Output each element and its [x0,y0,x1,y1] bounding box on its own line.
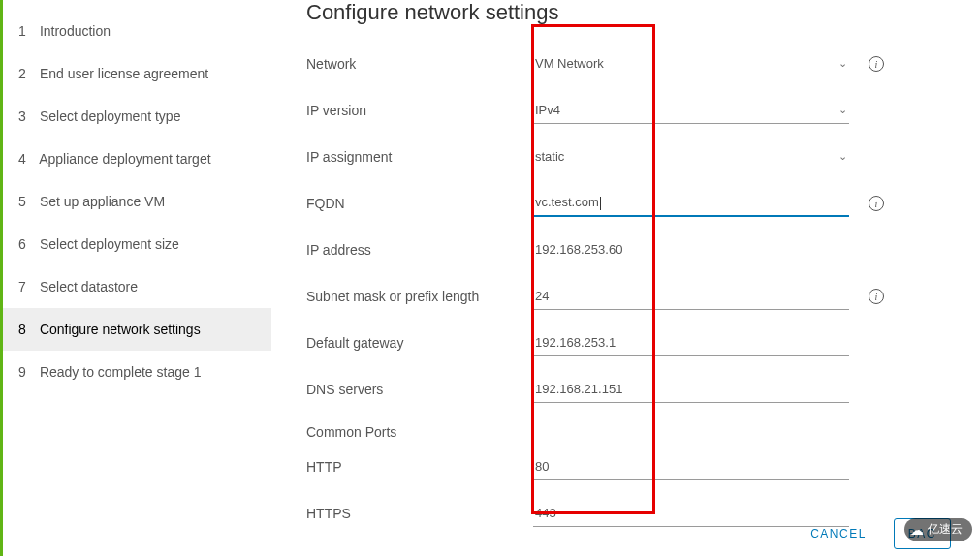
chevron-down-icon: ⌄ [838,104,847,116]
sidebar-item-label: Ready to complete stage 1 [40,364,202,380]
cancel-button[interactable]: CANCEL [805,517,872,550]
https-input[interactable]: 443 [533,500,849,527]
watermark: ☁ 亿速云 [904,518,972,541]
subnet-label: Subnet mask or prefix length [306,289,533,304]
main-panel: Configure network settings Network VM Ne… [271,0,980,556]
info-icon[interactable]: i [869,56,884,72]
sidebar-item-label: Set up appliance VM [40,194,165,209]
chevron-down-icon: ⌄ [838,57,847,70]
cloud-icon: ☁ [910,522,924,538]
network-label: Network [306,56,533,72]
sidebar-item-label: Select deployment size [40,236,179,252]
wizard-sidebar: 1 Introduction 2 End user license agreem… [0,0,271,556]
page-title: Configure network settings [306,0,951,25]
ip-assignment-label: IP assignment [306,149,533,165]
sidebar-item-label: Appliance deployment target [39,151,210,167]
gateway-label: Default gateway [306,335,533,351]
sidebar-item-label: End user license agreement [40,66,208,81]
fqdn-label: FQDN [306,196,533,211]
dns-label: DNS servers [306,382,533,397]
sidebar-item-label: Introduction [40,23,111,39]
sidebar-item-appliance-vm[interactable]: 5 Set up appliance VM [3,180,271,223]
sidebar-item-deployment-size[interactable]: 6 Select deployment size [3,223,271,265]
sidebar-item-ready[interactable]: 9 Ready to complete stage 1 [3,351,271,393]
ip-version-label: IP version [306,103,533,118]
sidebar-item-introduction[interactable]: 1 Introduction [3,10,271,52]
http-input[interactable]: 80 [533,453,849,480]
ip-address-input[interactable]: 192.168.253.60 [533,236,849,263]
text-cursor [600,197,601,210]
fqdn-input[interactable]: vc.test.com [533,190,849,217]
info-icon[interactable]: i [869,289,884,304]
sidebar-item-label: Configure network settings [40,322,201,337]
ip-address-label: IP address [306,242,533,258]
ip-version-select[interactable]: IPv4 ⌄ [533,97,849,124]
dns-input[interactable]: 192.168.21.151 [533,376,849,403]
sidebar-item-eula[interactable]: 2 End user license agreement [3,52,271,95]
common-ports-heading: Common Ports [306,413,951,444]
ip-assignment-select[interactable]: static ⌄ [533,143,849,170]
sidebar-item-label: Select deployment type [40,108,181,124]
sidebar-item-deployment-type[interactable]: 3 Select deployment type [3,95,271,138]
sidebar-item-network-settings[interactable]: 8 Configure network settings [3,308,271,351]
info-icon[interactable]: i [869,196,884,211]
subnet-input[interactable]: 24 [533,283,849,310]
gateway-input[interactable]: 192.168.253.1 [533,329,849,356]
network-select[interactable]: VM Network ⌄ [533,50,849,77]
sidebar-item-label: Select datastore [40,279,138,294]
sidebar-item-datastore[interactable]: 7 Select datastore [3,265,271,308]
sidebar-item-deployment-target[interactable]: 4 Appliance deployment target [3,138,271,180]
chevron-down-icon: ⌄ [838,150,847,163]
http-label: HTTP [306,459,533,475]
https-label: HTTPS [306,506,533,521]
